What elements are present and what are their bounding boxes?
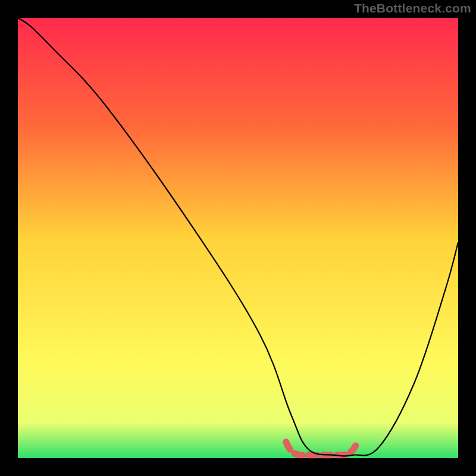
outer-frame: TheBottleneck.com — [0, 0, 476, 476]
bottleneck-chart — [0, 0, 476, 476]
plot-background — [18, 18, 458, 458]
